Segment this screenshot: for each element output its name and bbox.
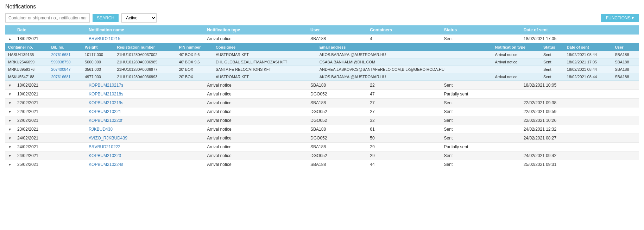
expand-icon[interactable]: ▼	[8, 101, 12, 105]
row-status: Sent	[441, 107, 521, 116]
row-date: 22/02/2021	[14, 99, 86, 107]
row-date: 24/02/2021	[14, 134, 86, 143]
sub-col-header: User	[612, 43, 639, 51]
expand-cell[interactable]: ▼	[5, 99, 14, 107]
notification-name-link[interactable]: BRVBUD210222	[89, 144, 120, 149]
sub-table-row: Container no.B/L no.WeightRegistration n…	[5, 43, 639, 81]
row-notification-type: Arrival notice	[204, 143, 308, 151]
main-table-body: ▲ 18/02/2021 BRVBUD210215 Arrival notice…	[5, 35, 639, 169]
row-notification-name[interactable]: BRVBUD210222	[86, 143, 204, 151]
bl-no-link[interactable]: 207400847	[51, 67, 71, 72]
main-table: Date Notification name Notification type…	[5, 25, 639, 169]
bl-no-link[interactable]: 599938750	[51, 60, 71, 64]
notification-name-link[interactable]: KOPBUM210223	[89, 153, 121, 158]
expand-icon[interactable]: ▼	[8, 119, 12, 123]
status-select[interactable]: Active All Inactive	[121, 13, 157, 23]
sub-user: SBA188	[612, 73, 639, 81]
expand-icon[interactable]: ▼	[8, 92, 12, 96]
expand-cell[interactable]: ▼	[5, 143, 14, 151]
row-containers: 50	[367, 134, 441, 143]
sub-col-header: Status	[541, 43, 564, 51]
expand-icon[interactable]: ▲	[8, 37, 12, 41]
sub-status: Sent	[541, 66, 564, 73]
row-date-sent: 22/02/2021 09:38	[521, 99, 624, 107]
table-row: ▼ 22/02/2021 KOPBUM210220f Arrival notic…	[5, 116, 639, 125]
sub-col-header: PIN number	[176, 43, 213, 51]
expand-icon[interactable]: ▼	[8, 128, 12, 131]
sub-bl-no[interactable]: 599938750	[49, 58, 82, 66]
row-spacer	[624, 107, 639, 116]
search-input[interactable]	[5, 13, 90, 23]
row-notification-name[interactable]: KOPBUM210217s	[86, 81, 204, 90]
expand-icon[interactable]: ▼	[8, 136, 12, 140]
row-containers: 22	[367, 81, 441, 90]
sub-email: ANDREA.LASKOVICS@SANTAFERELO.COM;BILK@GE…	[317, 66, 492, 73]
notification-name-link[interactable]: KOPBUM210219s	[89, 100, 123, 105]
notification-name-link[interactable]: KOPBUM210217s	[89, 83, 123, 88]
notification-name-link[interactable]: AVIZO_RJKBUD439	[89, 136, 127, 141]
row-user: SBA188	[308, 160, 367, 169]
expand-icon[interactable]: ▼	[8, 145, 12, 149]
expand-cell[interactable]: ▼	[5, 90, 14, 99]
row-notification-name[interactable]: KOPBUM210219s	[86, 99, 204, 107]
sub-bl-no[interactable]: 207616681	[49, 51, 82, 58]
notification-name-link[interactable]: KOPBUM210220f	[89, 118, 122, 123]
row-notification-name[interactable]: AVIZO_RJKBUD439	[86, 134, 204, 143]
sub-email: CSABA.BANHALMI@DHL.COM	[317, 58, 492, 66]
sub-notification-type	[492, 66, 541, 73]
sub-container-no: MSKU5547188	[5, 73, 49, 81]
search-button[interactable]: SEARCH	[93, 14, 119, 22]
row-notification-type: Arrival notice	[204, 81, 308, 90]
expand-icon[interactable]: ▼	[8, 110, 12, 114]
expand-cell[interactable]: ▲	[5, 35, 14, 43]
sub-pin-number: 40' BOX 9,6	[176, 58, 213, 66]
notification-name-link[interactable]: KOPBUM210224s	[89, 162, 123, 167]
row-notification-name[interactable]: KOPBUM210223	[86, 151, 204, 160]
table-row: ▼ 24/02/2021 BRVBUD210222 Arrival notice…	[5, 143, 639, 151]
sub-bl-no[interactable]: 207616681	[49, 73, 82, 81]
row-user: DGO052	[308, 134, 367, 143]
sub-status: Sent	[541, 73, 564, 81]
functions-button[interactable]: FUNCTIONS ▾	[601, 14, 639, 22]
expand-cell[interactable]: ▼	[5, 81, 14, 90]
sub-consignee: AUSTROMAR KFT	[213, 51, 317, 58]
sub-registration-number: 21HU101280A0036977	[114, 66, 176, 73]
expand-icon[interactable]: ▼	[8, 83, 12, 87]
bl-no-link[interactable]: 207616681	[51, 52, 71, 57]
sub-date-sent: 18/02/2021 17:05	[564, 58, 612, 66]
row-notification-name[interactable]: KOPBUM210224s	[86, 160, 204, 169]
sub-table: Container no.B/L no.WeightRegistration n…	[5, 43, 639, 81]
row-date-sent: 22/02/2021 09:59	[521, 107, 624, 116]
expand-cell[interactable]: ▼	[5, 151, 14, 160]
row-status: Sent	[441, 160, 521, 169]
notification-name-link[interactable]: RJKBUD438	[89, 127, 113, 132]
row-notification-name[interactable]: KOPBUM210221	[86, 107, 204, 116]
notification-name-link[interactable]: BRVBUD210215	[89, 36, 120, 41]
row-notification-type: Arrival notice	[204, 151, 308, 160]
row-spacer	[624, 134, 639, 143]
expand-cell[interactable]: ▼	[5, 134, 14, 143]
sub-bl-no[interactable]: 207400847	[49, 66, 82, 73]
row-notification-type: Arrival notice	[204, 99, 308, 107]
main-table-header: Date Notification name Notification type…	[5, 25, 639, 35]
row-notification-name[interactable]: KOPBUM210220f	[86, 116, 204, 125]
col-containers: Containers	[367, 25, 441, 35]
row-status: Sent	[441, 35, 521, 43]
expand-icon[interactable]: ▼	[8, 163, 12, 167]
sub-weight: 10117.000	[82, 51, 114, 58]
expand-cell[interactable]: ▼	[5, 116, 14, 125]
row-notification-name[interactable]: RJKBUD438	[86, 125, 204, 134]
row-notification-name[interactable]: KOPBUM210218s	[86, 90, 204, 99]
table-row: ▼ 24/02/2021 AVIZO_RJKBUD439 Arrival not…	[5, 134, 639, 143]
notification-name-link[interactable]: KOPBUM210218s	[89, 92, 123, 97]
expand-cell[interactable]: ▼	[5, 125, 14, 134]
notification-name-link[interactable]: KOPBUM210221	[89, 109, 121, 114]
sub-col-header: Notification type	[492, 43, 541, 51]
expand-cell[interactable]: ▼	[5, 107, 14, 116]
expand-icon[interactable]: ▼	[8, 154, 12, 158]
row-user: DGO052	[308, 90, 367, 99]
row-user: SBA188	[308, 35, 367, 43]
expand-cell[interactable]: ▼	[5, 160, 14, 169]
row-notification-name[interactable]: BRVBUD210215	[86, 35, 204, 43]
bl-no-link[interactable]: 207616681	[51, 75, 71, 79]
